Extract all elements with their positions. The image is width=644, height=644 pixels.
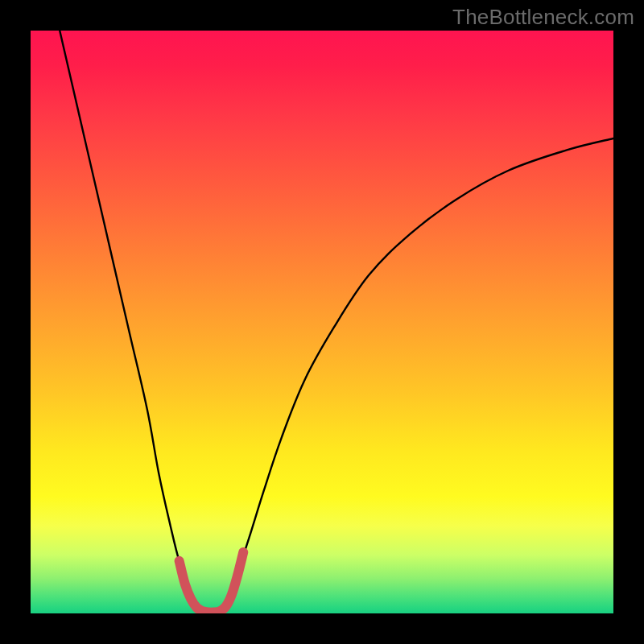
watermark-text: TheBottleneck.com: [452, 5, 634, 30]
series-bottom-highlight: [180, 552, 244, 613]
curve-layer: [31, 31, 613, 613]
series-left-branch: [60, 31, 198, 610]
plot-area: [31, 31, 613, 613]
chart-frame: TheBottleneck.com: [0, 0, 644, 644]
series-right-branch: [223, 138, 613, 610]
